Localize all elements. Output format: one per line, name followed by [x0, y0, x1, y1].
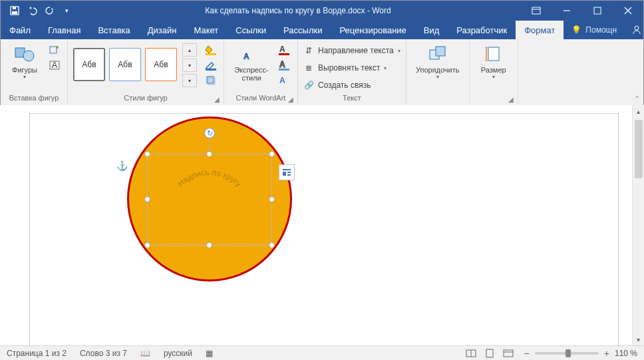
resize-handle[interactable] [269, 151, 275, 157]
svg-rect-18 [206, 69, 216, 71]
scroll-down-button[interactable]: ▾ [633, 333, 645, 345]
text-outline-button[interactable]: A [277, 59, 292, 72]
maximize-button[interactable] [582, 1, 613, 21]
page-viewport[interactable]: ⚓ Надпись по кругу ↻ [16, 105, 632, 345]
group-insert-shapes: Фигуры ▾ A Вставка фигур [1, 39, 68, 105]
group-shape-styles: Абв Абв Абв ▴ ▾ ▾ Стили фигур ◢ [68, 39, 224, 105]
resize-handle[interactable] [144, 196, 150, 202]
svg-text:A: A [52, 61, 57, 70]
close-button[interactable] [613, 1, 643, 21]
resize-handle[interactable] [144, 242, 150, 248]
style-swatch-1[interactable]: Абв [73, 48, 105, 81]
shapes-button[interactable]: Фигуры ▾ [6, 42, 43, 90]
group-label: Стили WordArt [230, 93, 292, 105]
svg-rect-7 [594, 7, 601, 14]
group-label: Текст [303, 93, 401, 105]
scroll-thumb[interactable] [635, 120, 643, 178]
align-text-icon: ≣ [303, 63, 314, 73]
dialog-launcher-icon[interactable]: ◢ [212, 94, 222, 104]
quick-access: ▾ [1, 1, 75, 21]
chevron-down-icon: ▾ [23, 74, 26, 80]
redo-button[interactable] [41, 1, 58, 21]
quick-styles-button[interactable]: A Экспресс-стили [230, 42, 273, 90]
tab-layout[interactable]: Макет [185, 21, 227, 39]
group-wordart-styles: A Экспресс-стили A A A Стили WordArt ◢ [224, 39, 298, 105]
scroll-track[interactable] [633, 117, 645, 333]
tab-design[interactable]: Дизайн [139, 21, 186, 39]
svg-rect-37 [287, 174, 291, 176]
text-box-button[interactable]: A [47, 59, 62, 72]
tell-me[interactable]: 💡 Помощн [564, 21, 625, 39]
status-language[interactable]: русский [157, 346, 199, 360]
shape-outline-button[interactable] [204, 59, 218, 72]
status-words[interactable]: Слово 3 из 7 [73, 346, 134, 360]
edit-shape-button[interactable] [47, 43, 62, 57]
resize-handle[interactable] [206, 242, 212, 248]
tab-home[interactable]: Главная [39, 21, 89, 39]
gallery-more-button[interactable]: ▾ [182, 74, 197, 87]
vertical-ruler[interactable] [0, 105, 16, 345]
group-arrange: Упорядочить ▾ [406, 39, 470, 105]
style-swatch-3[interactable]: Абв [145, 48, 177, 81]
gallery-up-button[interactable]: ▴ [182, 43, 197, 57]
group-text: ⇵Направление текста▾ ≣Выровнять текст▾ 🔗… [298, 39, 406, 105]
share-button[interactable] [625, 21, 644, 39]
save-button[interactable] [6, 1, 23, 21]
zoom-level[interactable]: 110 % [615, 349, 637, 358]
minimize-button[interactable] [552, 1, 582, 21]
resize-handle[interactable] [269, 196, 275, 202]
read-mode-button[interactable] [462, 346, 480, 361]
dialog-launcher-icon[interactable]: ◢ [286, 94, 295, 104]
gallery-down-button[interactable]: ▾ [182, 59, 197, 72]
resize-handle[interactable] [144, 151, 150, 157]
undo-button[interactable] [23, 1, 41, 21]
svg-point-10 [635, 26, 639, 30]
tab-view[interactable]: Вид [415, 21, 448, 39]
ribbon-display-button[interactable] [521, 1, 552, 21]
zoom-in-button[interactable]: + [604, 348, 609, 359]
wordart-icon: A [241, 43, 262, 65]
resize-handle[interactable] [269, 242, 275, 248]
qa-customize-button[interactable]: ▾ [58, 1, 75, 21]
status-proofing[interactable]: 📖 [134, 346, 157, 360]
tab-insert[interactable]: Вставка [89, 21, 138, 39]
collapse-ribbon-button[interactable]: ˄ [635, 95, 639, 104]
tab-mailings[interactable]: Рассылки [275, 21, 331, 39]
arrange-button[interactable]: Упорядочить ▾ [412, 42, 464, 90]
zoom-out-button[interactable]: − [524, 348, 530, 359]
zoom-slider[interactable] [535, 352, 599, 355]
rotation-handle[interactable]: ↻ [204, 128, 215, 138]
tab-developer[interactable]: Разработчик [448, 21, 516, 39]
svg-text:A: A [279, 45, 285, 54]
text-direction-button[interactable]: ⇵Направление текста▾ [303, 43, 401, 58]
svg-rect-35 [283, 172, 286, 176]
shape-fill-button[interactable] [204, 43, 218, 57]
tab-format[interactable]: Формат [516, 21, 564, 39]
style-swatch-2[interactable]: Абв [109, 48, 141, 81]
tab-file[interactable]: Файл [1, 21, 39, 39]
chevron-down-icon: ▾ [492, 74, 495, 80]
create-link-button[interactable]: 🔗Создать связь [303, 78, 401, 92]
tab-review[interactable]: Рецензирование [331, 21, 414, 39]
resize-handle[interactable] [206, 151, 212, 157]
vertical-scrollbar[interactable]: ▴ ▾ [632, 105, 644, 345]
dialog-launcher-icon[interactable]: ◢ [506, 94, 516, 104]
text-effects-button[interactable]: A [277, 74, 292, 87]
selection-box[interactable]: ↻ [147, 154, 272, 246]
tab-references[interactable]: Ссылки [227, 21, 275, 39]
layout-options-button[interactable] [279, 164, 295, 180]
align-text-button[interactable]: ≣Выровнять текст▾ [303, 61, 401, 75]
zoom-thumb[interactable] [565, 349, 571, 357]
print-layout-button[interactable] [480, 346, 499, 361]
status-page[interactable]: Страница 1 из 2 [0, 346, 73, 360]
text-fill-button[interactable]: A [277, 43, 292, 57]
svg-point-3 [46, 7, 53, 14]
shape-effects-button[interactable] [204, 74, 218, 87]
scroll-up-button[interactable]: ▴ [633, 105, 645, 117]
arrange-label: Упорядочить [416, 66, 459, 74]
style-gallery[interactable]: Абв Абв Абв ▴ ▾ ▾ [73, 42, 197, 87]
status-macro[interactable]: ▦ [199, 346, 220, 360]
page[interactable]: ⚓ Надпись по кругу ↻ [29, 113, 619, 345]
web-layout-button[interactable] [499, 346, 518, 361]
size-button[interactable]: Размер ▾ [475, 42, 512, 90]
